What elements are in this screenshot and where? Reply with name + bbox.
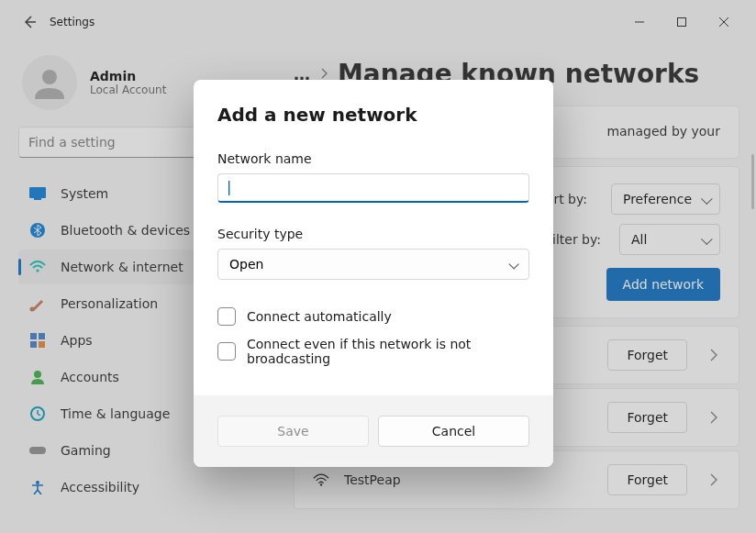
connect-hidden-checkbox[interactable]	[217, 342, 236, 361]
security-type-value: Open	[229, 257, 263, 272]
save-button[interactable]: Save	[217, 416, 369, 447]
security-type-label: Security type	[217, 227, 529, 241]
network-name-input[interactable]	[217, 173, 529, 203]
dialog-footer: Save Cancel	[194, 395, 553, 467]
connect-hidden-row[interactable]: Connect even if this network is not broa…	[217, 337, 529, 366]
dialog-title: Add a new network	[217, 104, 529, 126]
network-name-label: Network name	[217, 151, 529, 166]
security-type-combo[interactable]: Open	[217, 249, 529, 280]
connect-hidden-label: Connect even if this network is not broa…	[247, 337, 529, 366]
connect-auto-checkbox[interactable]	[217, 307, 236, 326]
connect-auto-label: Connect automatically	[247, 309, 392, 324]
cancel-button[interactable]: Cancel	[378, 416, 529, 447]
add-network-dialog: Add a new network Network name | Securit…	[194, 80, 553, 467]
connect-auto-row[interactable]: Connect automatically	[217, 307, 529, 326]
